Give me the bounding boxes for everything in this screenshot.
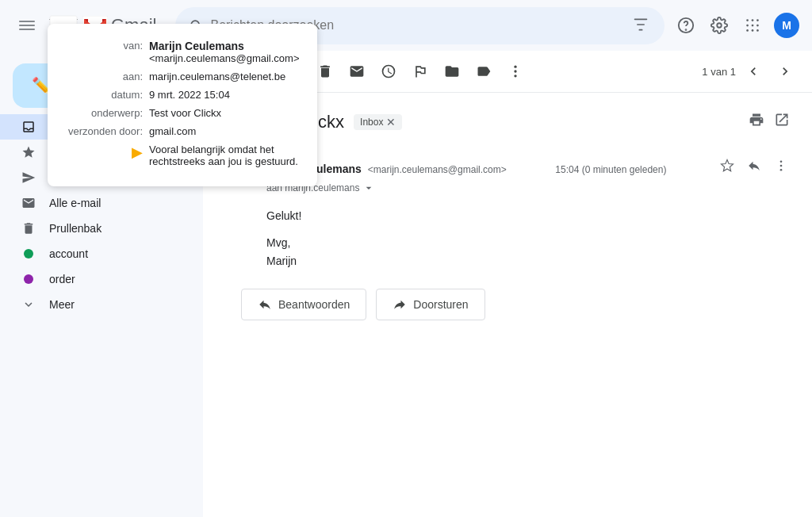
sidebar-item-account[interactable]: account xyxy=(0,241,197,266)
apps-button[interactable] xyxy=(737,10,768,40)
message-body: Gelukt! Mvg, Marijn xyxy=(266,207,793,270)
open-external-button[interactable] xyxy=(771,109,793,135)
popup-icon-text: Vooral belangrijk omdat het rechtstreeks… xyxy=(203,144,301,167)
svg-point-19 xyxy=(514,70,516,72)
pagination: 1 van 1 xyxy=(702,57,799,86)
popup-date-value: 9 mrt. 2022 15:04 xyxy=(203,89,301,101)
svg-rect-0 xyxy=(19,21,35,22)
forward-btn-icon xyxy=(393,297,407,312)
svg-point-11 xyxy=(756,19,759,21)
snooze-button[interactable] xyxy=(374,57,403,86)
popup-date-row: datum: 9 mrt. 2022 15:04 xyxy=(203,89,301,101)
chevron-left-icon xyxy=(745,63,761,79)
order-label-icon xyxy=(21,274,36,284)
help-button[interactable] xyxy=(671,10,701,40)
trash-label: Prullenbak xyxy=(49,222,184,235)
labels-button[interactable] xyxy=(469,57,498,86)
menu-button[interactable] xyxy=(13,11,41,40)
sender-email-address: <marijn.ceulemans@gmail.com> xyxy=(368,164,507,175)
more-message-button[interactable] xyxy=(769,154,793,182)
print-icon xyxy=(749,112,764,128)
svg-rect-2 xyxy=(19,29,35,30)
popup-from-email: <marijn.ceulemans@gmail.com> xyxy=(203,52,300,64)
reply-btn-label: Beantwoorden xyxy=(278,298,350,311)
svg-point-7 xyxy=(686,29,687,30)
svg-point-25 xyxy=(780,165,783,167)
star-message-button[interactable] xyxy=(715,154,739,182)
expand-more-icon xyxy=(21,297,36,312)
message-time: 15:04 (0 minuten geleden) xyxy=(555,164,666,175)
email-content-area: Test voor Clickx Inbox ✕ xyxy=(203,93,812,355)
menu-icon xyxy=(19,17,35,33)
star-outline-icon xyxy=(720,159,734,173)
print-button[interactable] xyxy=(745,109,768,135)
all-mail-label: Alle e-mail xyxy=(49,197,184,209)
reply-button[interactable] xyxy=(742,154,766,182)
more-actions-button[interactable] xyxy=(501,57,530,86)
open-in-new-icon xyxy=(774,112,790,128)
prev-email-button[interactable] xyxy=(739,57,768,86)
svg-point-12 xyxy=(746,25,749,27)
body-line2: Mvg, xyxy=(266,234,793,251)
svg-point-13 xyxy=(752,25,754,27)
filter-icon xyxy=(633,17,649,33)
svg-point-15 xyxy=(746,29,749,32)
all-mail-icon xyxy=(21,196,36,210)
popup-subject-row: onderwerp: Test voor Clickx xyxy=(203,107,301,119)
next-email-button[interactable] xyxy=(771,57,799,86)
more-vert-icon-msg xyxy=(774,159,788,173)
mark-button[interactable] xyxy=(343,57,371,86)
account-label-icon xyxy=(21,249,36,258)
more-label: Meer xyxy=(49,298,184,311)
gear-icon xyxy=(710,17,728,34)
svg-point-9 xyxy=(746,19,749,21)
chevron-right-icon xyxy=(777,63,793,79)
svg-point-24 xyxy=(780,160,783,163)
reply-icon xyxy=(747,159,761,173)
reply-forward-area: Beantwoorden Doorsturen xyxy=(222,289,793,320)
sender-details-popup: van: Marijn Ceulemans <marijn.ceulemans@… xyxy=(203,51,317,186)
forward-message-button[interactable]: Doorsturen xyxy=(376,289,485,320)
user-avatar[interactable]: M xyxy=(774,13,799,38)
help-icon xyxy=(677,17,695,34)
forward-btn-label: Doorsturen xyxy=(413,298,468,311)
label-icon xyxy=(476,63,492,79)
popup-sentby-value: gmail.com xyxy=(203,125,301,137)
add-task-button[interactable] xyxy=(406,57,435,86)
svg-point-16 xyxy=(752,29,754,32)
recipient-row[interactable]: aan marijn.ceulemans xyxy=(266,182,793,194)
email-view: 1 van 1 Test voor Clickx Inbox ✕ xyxy=(203,51,812,517)
sidebar-item-order[interactable]: order xyxy=(0,266,197,292)
mail-icon xyxy=(349,63,365,79)
svg-point-8 xyxy=(717,23,722,28)
folder-icon xyxy=(444,63,460,79)
svg-point-10 xyxy=(752,19,754,21)
search-filter-button[interactable] xyxy=(630,13,652,38)
popup-to-value: marijn.ceulemans@telenet.be xyxy=(203,71,301,82)
snooze-icon xyxy=(381,63,396,79)
move-button[interactable] xyxy=(438,57,466,86)
settings-button[interactable] xyxy=(704,10,734,40)
svg-point-17 xyxy=(756,29,759,32)
account-label: account xyxy=(49,247,184,260)
more-vert-icon xyxy=(508,63,523,79)
star-icon xyxy=(21,145,36,159)
apps-icon xyxy=(744,17,761,34)
send-icon xyxy=(21,170,36,185)
body-line3: Marijn xyxy=(266,252,793,270)
remove-label-button[interactable]: ✕ xyxy=(386,116,396,128)
svg-rect-1 xyxy=(19,25,35,26)
pagination-text: 1 van 1 xyxy=(702,66,736,78)
task-icon xyxy=(412,63,428,79)
svg-point-18 xyxy=(514,66,516,68)
svg-point-26 xyxy=(780,169,783,171)
inbox-badge-text: Inbox xyxy=(360,117,383,128)
message-actions xyxy=(715,154,793,182)
reply-message-button[interactable]: Beantwoorden xyxy=(241,289,366,320)
sidebar-item-all[interactable]: Alle e-mail xyxy=(0,190,197,216)
message-meta: Marijn Ceulemans <marijn.ceulemans@gmail… xyxy=(266,154,793,270)
top-right-icons: M xyxy=(671,10,799,40)
reply-btn-icon xyxy=(258,297,272,312)
sidebar-item-trash[interactable]: Prullenbak xyxy=(0,216,197,241)
sidebar-item-more[interactable]: Meer xyxy=(0,292,197,317)
